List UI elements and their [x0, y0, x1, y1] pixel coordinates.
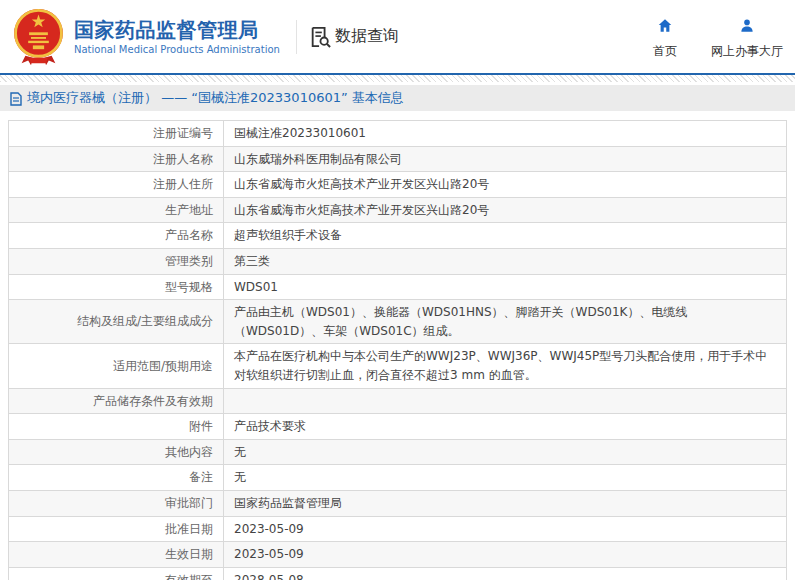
row-label: 产品名称 — [9, 223, 224, 249]
row-label: 生效日期 — [9, 542, 224, 568]
nav-home[interactable]: 首页 — [647, 18, 683, 60]
table-row: 附件产品技术要求 — [9, 414, 787, 440]
row-label-text: 注册人住所 — [153, 177, 213, 191]
site-header: 国家药品监督管理局 National Medical Products Admi… — [0, 0, 795, 75]
row-value-text: 超声软组织手术设备 — [234, 228, 342, 242]
row-value-text: 国械注准20233010601 — [234, 126, 366, 140]
row-value: 第三类 — [224, 248, 787, 274]
nav-online-service-hall[interactable]: 网上办事大厅 — [711, 18, 783, 60]
row-label: 批准日期 — [9, 516, 224, 542]
row-label: 生产地址 — [9, 197, 224, 223]
row-label: 产品储存条件及有效期 — [9, 388, 224, 414]
national-emblem-logo — [10, 7, 67, 67]
row-label: 结构及组成/主要组成成分 — [9, 300, 224, 344]
row-value-text: 山东威瑞外科医用制品有限公司 — [234, 152, 402, 166]
row-value: 2023-05-09 — [224, 542, 787, 568]
row-value-text: 2028-05-08 — [234, 573, 304, 580]
row-value-text: WDS01 — [234, 280, 278, 294]
table-row: 结构及组成/主要组成成分产品由主机（WDS01）、换能器（WDS01HNS）、脚… — [9, 300, 787, 344]
row-value-text: 国家药品监督管理局 — [234, 496, 342, 510]
row-value: 山东省威海市火炬高技术产业开发区兴山路20号 — [224, 172, 787, 198]
row-label: 注册人名称 — [9, 146, 224, 172]
info-table: 注册证编号国械注准20233010601注册人名称山东威瑞外科医用制品有限公司注… — [8, 120, 787, 580]
table-row: 注册人住所山东省威海市火炬高技术产业开发区兴山路20号 — [9, 172, 787, 198]
nav-home-label: 首页 — [653, 43, 677, 60]
table-row: 有效期至2028-05-08 — [9, 567, 787, 580]
row-value-text: 产品由主机（WDS01）、换能器（WDS01HNS）、脚踏开关（WDS01K）、… — [234, 305, 687, 338]
row-value: 2023-05-09 — [224, 516, 787, 542]
page-icon — [10, 91, 22, 105]
table-row: 备注无 — [9, 465, 787, 491]
row-label: 其他内容 — [9, 439, 224, 465]
row-label-text: 审批部门 — [165, 496, 213, 510]
row-label: 附件 — [9, 414, 224, 440]
home-icon — [657, 18, 673, 37]
row-value: WDS01 — [224, 274, 787, 300]
row-value: 国械注准20233010601 — [224, 121, 787, 147]
data-query-label: 数据查询 — [335, 26, 399, 47]
row-value-text: 2023-05-09 — [234, 522, 304, 536]
table-row: 注册证编号国械注准20233010601 — [9, 121, 787, 147]
row-value-text: 无 — [234, 470, 246, 484]
table-row: 产品名称超声软组织手术设备 — [9, 223, 787, 249]
row-value-text: 无 — [234, 445, 246, 459]
row-label: 型号规格 — [9, 274, 224, 300]
document-search-icon — [309, 26, 331, 48]
table-row: 产品储存条件及有效期 — [9, 388, 787, 414]
data-query-section[interactable]: 数据查询 — [309, 26, 399, 48]
table-row: 其他内容无 — [9, 439, 787, 465]
row-label-text: 生效日期 — [165, 547, 213, 561]
registration-info: 注册证编号国械注准20233010601注册人名称山东威瑞外科医用制品有限公司注… — [8, 120, 787, 580]
table-row: 生效日期2023-05-09 — [9, 542, 787, 568]
row-value: 产品技术要求 — [224, 414, 787, 440]
row-value-text: 产品技术要求 — [234, 419, 306, 433]
row-label: 有效期至 — [9, 567, 224, 580]
row-label: 适用范围/预期用途 — [9, 344, 224, 388]
table-row: 审批部门国家药品监督管理局 — [9, 490, 787, 516]
breadcrumb-text: 境内医疗器械（注册） —— “国械注准20233010601” 基本信息 — [27, 89, 404, 107]
row-label-text: 注册证编号 — [153, 126, 213, 140]
hatch-strip — [0, 75, 795, 82]
table-row: 型号规格WDS01 — [9, 274, 787, 300]
row-label-text: 产品储存条件及有效期 — [93, 394, 213, 408]
row-value: 2028-05-08 — [224, 567, 787, 580]
org-name-cn: 国家药品监督管理局 — [74, 18, 280, 42]
row-value-text: 本产品在医疗机构中与本公司生产的WWJ23P、WWJ36P、WWJ45P型号刀头… — [234, 349, 767, 382]
row-label-text: 生产地址 — [165, 203, 213, 217]
row-label: 审批部门 — [9, 490, 224, 516]
row-label-text: 有效期至 — [165, 573, 213, 580]
row-label-text: 注册人名称 — [153, 152, 213, 166]
row-value: 本产品在医疗机构中与本公司生产的WWJ23P、WWJ36P、WWJ45P型号刀头… — [224, 344, 787, 388]
table-row: 生产地址山东省威海市火炬高技术产业开发区兴山路20号 — [9, 197, 787, 223]
nav-hall-label: 网上办事大厅 — [711, 43, 783, 60]
row-value-text: 第三类 — [234, 254, 270, 268]
table-row: 适用范围/预期用途本产品在医疗机构中与本公司生产的WWJ23P、WWJ36P、W… — [9, 344, 787, 388]
row-value: 无 — [224, 465, 787, 491]
org-name-en: National Medical Products Administration — [74, 44, 280, 55]
header-divider — [296, 20, 297, 54]
row-value: 山东威瑞外科医用制品有限公司 — [224, 146, 787, 172]
row-label-text: 产品名称 — [165, 228, 213, 242]
row-label-text: 型号规格 — [165, 280, 213, 294]
row-value-text: 山东省威海市火炬高技术产业开发区兴山路20号 — [234, 203, 489, 217]
row-label-text: 结构及组成/主要组成成分 — [77, 314, 213, 328]
row-label: 注册证编号 — [9, 121, 224, 147]
row-label: 管理类别 — [9, 248, 224, 274]
row-label-text: 其他内容 — [165, 445, 213, 459]
row-label: 注册人住所 — [9, 172, 224, 198]
row-label-text: 备注 — [189, 470, 213, 484]
row-value: 无 — [224, 439, 787, 465]
header-nav: 首页 网上办事大厅 — [647, 18, 783, 60]
table-row: 注册人名称山东威瑞外科医用制品有限公司 — [9, 146, 787, 172]
brand[interactable]: 国家药品监督管理局 National Medical Products Admi… — [0, 7, 280, 67]
row-value: 国家药品监督管理局 — [224, 490, 787, 516]
row-value-text: 山东省威海市火炬高技术产业开发区兴山路20号 — [234, 177, 489, 191]
row-value: 产品由主机（WDS01）、换能器（WDS01HNS）、脚踏开关（WDS01K）、… — [224, 300, 787, 344]
row-label: 备注 — [9, 465, 224, 491]
row-label-text: 附件 — [189, 419, 213, 433]
row-label-text: 管理类别 — [165, 254, 213, 268]
breadcrumb: 境内医疗器械（注册） —— “国械注准20233010601” 基本信息 — [0, 85, 795, 111]
table-row: 批准日期2023-05-09 — [9, 516, 787, 542]
row-value: 超声软组织手术设备 — [224, 223, 787, 249]
row-label-text: 批准日期 — [165, 522, 213, 536]
